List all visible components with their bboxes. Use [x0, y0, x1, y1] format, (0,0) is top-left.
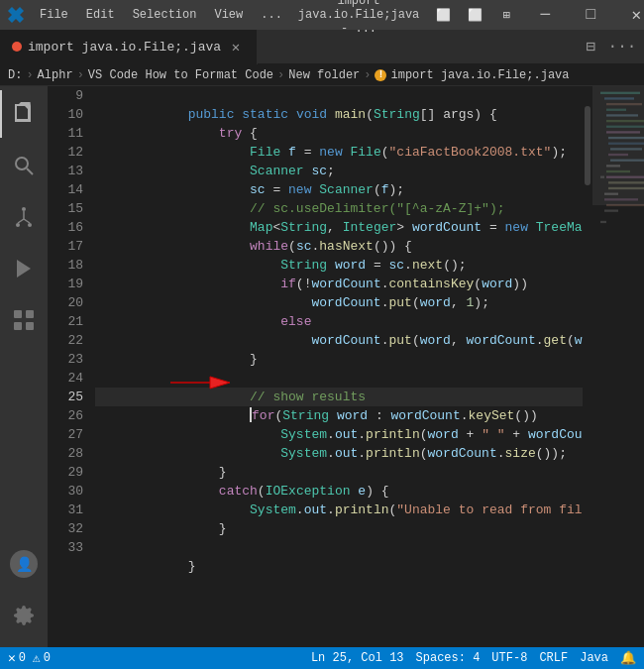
layout-btn-3[interactable]: ⊞: [490, 0, 522, 30]
code-line-16: while(sc.hasNext()) {: [95, 218, 583, 237]
line-num-23: 23: [48, 350, 83, 369]
app-icon: [8, 7, 24, 23]
status-left: ✕ 0 ⚠ 0: [8, 650, 51, 666]
breadcrumb-alphr[interactable]: Alphr: [38, 68, 73, 82]
line-num-30: 30: [48, 482, 83, 501]
code-line-33: }: [95, 538, 583, 557]
user-avatar: 👤: [10, 550, 38, 578]
menu-view[interactable]: View: [206, 6, 251, 24]
warning-icon: ⚠: [33, 650, 41, 666]
warning-number: 0: [44, 651, 51, 665]
active-tab[interactable]: import java.io.File;.java ✕: [0, 30, 258, 64]
menu-file[interactable]: File: [32, 6, 76, 24]
code-line-17: String word = sc.next();: [95, 237, 583, 256]
feedback-icon[interactable]: 🔔: [620, 650, 636, 666]
line-ending[interactable]: CRLF: [539, 651, 568, 665]
menu-edit[interactable]: Edit: [78, 6, 123, 24]
menu-more[interactable]: ...: [253, 6, 290, 24]
breadcrumb-sep-2: ›: [77, 68, 84, 82]
menu-bar: File Edit Selection View ...: [32, 6, 290, 24]
activity-source-control[interactable]: [0, 193, 48, 241]
code-line-20: else: [95, 293, 583, 312]
svg-rect-36: [604, 210, 618, 212]
error-count[interactable]: ✕ 0 ⚠ 0: [8, 650, 51, 666]
tab-actions: ⊟ ···: [577, 33, 644, 60]
code-line-23: [95, 350, 583, 369]
line-num-27: 27: [48, 425, 83, 444]
close-button[interactable]: ✕: [613, 0, 644, 30]
breadcrumb-warning-icon: !: [375, 69, 386, 81]
layout-btn-1[interactable]: ⬜: [427, 0, 459, 30]
activity-bar: 👤: [0, 86, 48, 647]
breadcrumb-sep-1: ›: [26, 68, 33, 82]
minimap: [592, 86, 644, 647]
code-line-9: public static void main(String[] args) {: [95, 86, 583, 105]
line-num-22: 22: [48, 331, 83, 350]
line-num-14: 14: [48, 180, 83, 199]
code-line-24: // show results: [95, 369, 583, 388]
svg-rect-11: [14, 322, 22, 330]
tab-close-button[interactable]: ✕: [227, 38, 245, 56]
scroll-thumb[interactable]: [585, 106, 590, 185]
breadcrumb-file[interactable]: import java.io.File;.java: [390, 68, 569, 82]
status-right: Ln 25, Col 13 Spaces: 4 UTF-8 CRLF Java …: [311, 650, 636, 666]
split-editor-button[interactable]: ⊟: [577, 33, 604, 60]
line-num-15: 15: [48, 199, 83, 218]
maximize-button[interactable]: □: [568, 0, 613, 30]
tab-modified-dot: [12, 42, 22, 52]
activity-explorer[interactable]: [0, 90, 48, 138]
activity-settings[interactable]: [0, 592, 48, 639]
line-num-21: 21: [48, 312, 83, 331]
error-icon: ✕: [8, 650, 16, 666]
more-actions-button[interactable]: ···: [608, 33, 636, 60]
window-title: import java.io.File;java - ...: [298, 0, 419, 36]
line-num-11: 11: [48, 124, 83, 143]
activity-extensions[interactable]: [0, 296, 48, 344]
breadcrumb: D: › Alphr › VS Code How to Format Code …: [0, 64, 644, 86]
svg-point-4: [28, 223, 32, 227]
indentation[interactable]: Spaces: 4: [416, 651, 481, 665]
line-num-28: 28: [48, 444, 83, 463]
code-line-21: wordCount.put(word, wordCount.get(word): [95, 312, 583, 331]
svg-marker-8: [17, 260, 31, 278]
line-num-26: 26: [48, 406, 83, 425]
menu-selection[interactable]: Selection: [125, 6, 205, 24]
cursor-position[interactable]: Ln 25, Col 13: [311, 651, 404, 665]
svg-line-1: [27, 168, 33, 174]
title-bar: File Edit Selection View ... import java…: [0, 0, 644, 30]
code-line-29: catch(IOException e) {: [95, 463, 583, 482]
breadcrumb-sep-3: ›: [277, 68, 284, 82]
editor-inner: 9 10 11 12 13 14 15 16 17 18 19 20 21 22…: [48, 86, 644, 647]
activity-run[interactable]: [0, 245, 48, 292]
line-num-19: 19: [48, 275, 83, 293]
line-num-33: 33: [48, 538, 83, 557]
breadcrumb-folder[interactable]: New folder: [288, 68, 360, 82]
vertical-scrollbar[interactable]: [583, 86, 592, 647]
breadcrumb-drive[interactable]: D:: [8, 68, 22, 82]
svg-rect-9: [14, 310, 22, 318]
language-mode[interactable]: Java: [580, 651, 608, 665]
code-editor[interactable]: public static void main(String[] args) {…: [91, 86, 583, 647]
svg-point-0: [16, 158, 28, 169]
code-line-12: Scanner sc;: [95, 143, 583, 162]
activity-bar-bottom: 👤: [0, 540, 48, 647]
code-line-14: // sc.useDelimiter("[^a-zA-Z]+");: [95, 180, 583, 199]
minimize-button[interactable]: ─: [522, 0, 568, 30]
svg-rect-12: [26, 322, 34, 330]
code-line-22: }: [95, 331, 583, 350]
breadcrumb-vscode[interactable]: VS Code How to Format Code: [88, 68, 273, 82]
line-num-17: 17: [48, 237, 83, 256]
line-num-20: 20: [48, 293, 83, 312]
layout-btn-2[interactable]: ⬜: [459, 0, 490, 30]
activity-avatar[interactable]: 👤: [0, 540, 48, 588]
status-bar: ✕ 0 ⚠ 0 Ln 25, Col 13 Spaces: 4 UTF-8 CR…: [0, 647, 644, 669]
code-line-25: for(String word : wordCount.keySet()): [95, 388, 583, 406]
svg-rect-10: [26, 310, 34, 318]
line-num-10: 10: [48, 105, 83, 124]
line-num-25: 25: [48, 388, 83, 406]
activity-search[interactable]: [0, 142, 48, 189]
line-num-31: 31: [48, 501, 83, 519]
code-line-10: try {: [95, 105, 583, 124]
code-line-26: System.out.println(word + " " + wordCoun…: [95, 406, 583, 425]
encoding[interactable]: UTF-8: [491, 651, 527, 665]
